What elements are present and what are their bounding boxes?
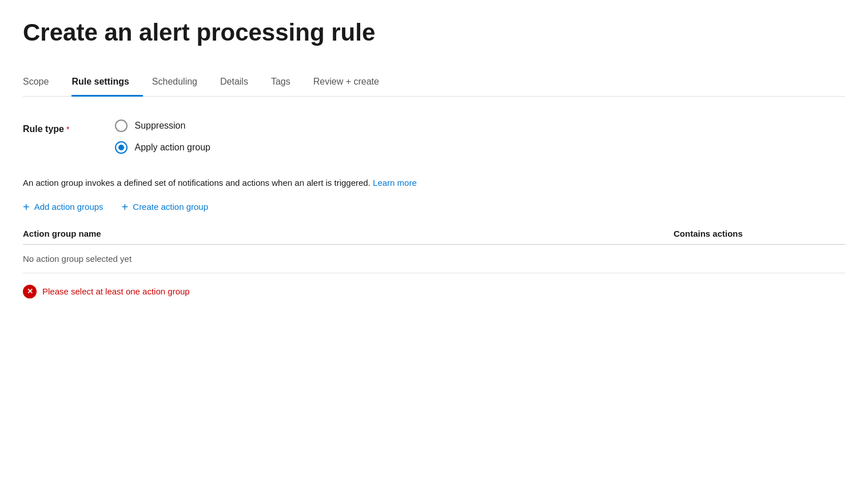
col-header-actions: Contains actions: [674, 229, 845, 238]
action-buttons-row: + Add action groups + Create action grou…: [23, 201, 845, 213]
tab-bar: Scope Rule settings Scheduling Details T…: [23, 70, 845, 97]
empty-message: No action group selected yet: [23, 254, 845, 264]
radio-apply-action-group-circle[interactable]: [115, 141, 128, 154]
add-action-groups-label: Add action groups: [34, 202, 103, 212]
rule-type-label-container: Rule type*: [23, 119, 69, 134]
tab-tags[interactable]: Tags: [271, 70, 304, 97]
create-action-group-button[interactable]: + Create action group: [122, 201, 208, 213]
col-header-name: Action group name: [23, 229, 674, 238]
page-title: Create an alert processing rule: [23, 18, 845, 47]
create-action-group-icon: +: [122, 201, 129, 213]
tab-details[interactable]: Details: [220, 70, 262, 97]
radio-apply-action-group-label: Apply action group: [134, 142, 210, 153]
radio-apply-action-group-inner: [118, 145, 124, 150]
error-icon: [23, 285, 37, 298]
rule-type-label: Rule type: [23, 124, 64, 134]
tab-review-create[interactable]: Review + create: [313, 70, 393, 97]
radio-apply-action-group[interactable]: Apply action group: [115, 141, 210, 154]
learn-more-link[interactable]: Learn more: [373, 178, 417, 188]
rule-type-section: Rule type* Suppression Apply action grou…: [23, 119, 845, 154]
tab-scope[interactable]: Scope: [23, 70, 62, 97]
add-action-groups-button[interactable]: + Add action groups: [23, 201, 103, 213]
error-row: Please select at least one action group: [23, 285, 845, 298]
add-action-groups-icon: +: [23, 201, 30, 213]
table-header: Action group name Contains actions: [23, 229, 845, 245]
error-message: Please select at least one action group: [42, 286, 190, 296]
required-indicator: *: [66, 125, 69, 134]
info-text: An action group invokes a defined set of…: [23, 177, 845, 190]
rule-type-options: Suppression Apply action group: [115, 119, 210, 154]
tab-scheduling[interactable]: Scheduling: [152, 70, 211, 97]
tab-rule-settings[interactable]: Rule settings: [71, 70, 142, 97]
radio-suppression-circle[interactable]: [115, 119, 128, 132]
radio-suppression[interactable]: Suppression: [115, 119, 210, 132]
table-empty-row: No action group selected yet: [23, 245, 845, 273]
radio-suppression-label: Suppression: [134, 121, 185, 131]
create-action-group-label: Create action group: [133, 202, 208, 212]
